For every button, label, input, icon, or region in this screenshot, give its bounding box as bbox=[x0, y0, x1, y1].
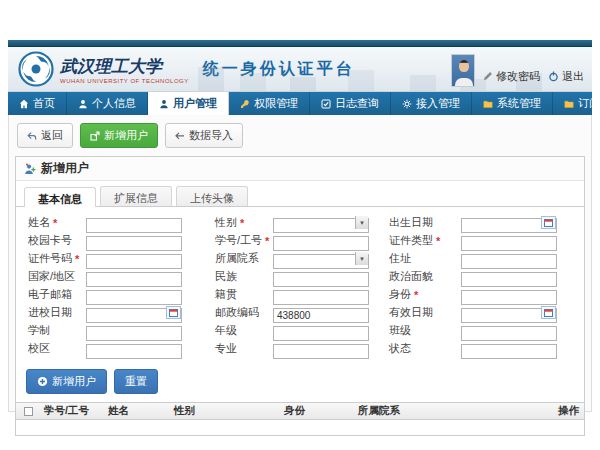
nav-item-user-management[interactable]: 用户管理 bbox=[148, 92, 229, 115]
country-input[interactable] bbox=[86, 272, 182, 287]
university-logo-icon bbox=[18, 51, 54, 87]
field-campus: 校区 bbox=[28, 340, 215, 357]
empty-table-row bbox=[16, 420, 584, 435]
field-valid-date: 有效日期 bbox=[389, 304, 576, 321]
field-grade: 年级 bbox=[215, 322, 389, 339]
tab-extended-info[interactable]: 扩展信息 bbox=[100, 186, 172, 206]
basic-info-form: 姓名* 性别* ▼ 出生日期 校园卡号 学号/工号* bbox=[16, 207, 584, 363]
campus-input[interactable] bbox=[86, 344, 182, 359]
logout-link[interactable]: 退出 bbox=[548, 69, 584, 84]
field-name: 姓名* bbox=[28, 214, 215, 231]
postal-code-input[interactable] bbox=[273, 308, 369, 323]
logout-label: 退出 bbox=[562, 69, 584, 84]
change-password-label: 修改密码 bbox=[496, 69, 540, 84]
tab-basic-info[interactable]: 基本信息 bbox=[24, 187, 96, 207]
change-password-link[interactable]: 修改密码 bbox=[483, 69, 540, 84]
key-icon bbox=[240, 99, 250, 109]
ethnicity-input[interactable] bbox=[273, 272, 369, 287]
field-label: 所属院系 bbox=[215, 251, 273, 266]
add-user-panel: 新增用户 基本信息 扩展信息 上传头像 姓名* 性别* ▼ 出生日期 bbox=[15, 156, 585, 436]
table-header-row: 学号/工号 姓名 性别 身份 所属院系 操作 bbox=[16, 403, 584, 420]
folder-icon bbox=[483, 99, 493, 109]
id-number-input[interactable] bbox=[86, 254, 182, 269]
field-label: 国家/地区 bbox=[28, 269, 86, 284]
field-label: 身份* bbox=[389, 287, 461, 302]
platform-title: 统一身份认证平台 bbox=[203, 59, 355, 80]
field-label: 年级 bbox=[215, 323, 273, 338]
pencil-icon bbox=[483, 71, 493, 81]
calendar-icon[interactable] bbox=[541, 306, 556, 319]
field-education-length: 学制 bbox=[28, 322, 215, 339]
nav-item-system-management[interactable]: 系统管理 bbox=[472, 92, 553, 115]
chevron-down-icon[interactable]: ▼ bbox=[355, 216, 368, 229]
main-nav: 首页 个人信息 用户管理 权限管理 日志查询 接入管理 系统管理 订阅管理 bbox=[8, 92, 592, 115]
identity-input[interactable] bbox=[461, 290, 557, 305]
add-user-toolbar-button[interactable]: 新增用户 bbox=[80, 123, 158, 148]
header: 武汉理工大学 WUHAN UNIVERSITY OF TECHNOLOGY 统一… bbox=[8, 47, 592, 92]
education-length-input[interactable] bbox=[86, 326, 182, 341]
field-status: 状态 bbox=[389, 340, 576, 357]
nav-item-access-management[interactable]: 接入管理 bbox=[391, 92, 472, 115]
field-label: 性别* bbox=[215, 215, 273, 230]
nav-item-home[interactable]: 首页 bbox=[8, 92, 67, 115]
content-area: 返回 新增用户 数据导入 新增用户 基本信息 扩展信息 上传头像 bbox=[8, 115, 592, 412]
section-header: 新增用户 bbox=[16, 157, 584, 181]
nav-item-personal-info[interactable]: 个人信息 bbox=[67, 92, 148, 115]
section-title: 新增用户 bbox=[41, 160, 89, 177]
id-type-input[interactable] bbox=[461, 236, 557, 251]
nav-label: 权限管理 bbox=[254, 96, 298, 111]
add-user-icon bbox=[24, 163, 36, 175]
back-label: 返回 bbox=[41, 128, 63, 143]
field-label: 进校日期 bbox=[28, 305, 86, 320]
status-input[interactable] bbox=[461, 344, 557, 359]
tab-upload-avatar[interactable]: 上传头像 bbox=[176, 186, 248, 206]
major-input[interactable] bbox=[273, 344, 369, 359]
address-input[interactable] bbox=[461, 254, 557, 269]
submit-add-user-button[interactable]: 新增用户 bbox=[26, 369, 107, 394]
chevron-down-icon[interactable]: ▼ bbox=[355, 252, 368, 265]
reset-button[interactable]: 重置 bbox=[114, 369, 158, 394]
data-import-button[interactable]: 数据导入 bbox=[165, 123, 243, 148]
student-id-input[interactable] bbox=[273, 236, 369, 251]
political-status-input[interactable] bbox=[461, 272, 557, 287]
field-label: 住址 bbox=[389, 251, 461, 266]
nav-item-log-query[interactable]: 日志查询 bbox=[310, 92, 391, 115]
folder-icon bbox=[564, 99, 574, 109]
name-input[interactable] bbox=[86, 218, 182, 233]
calendar-icon[interactable] bbox=[541, 216, 556, 229]
back-button[interactable]: 返回 bbox=[17, 123, 73, 148]
campus-card-input[interactable] bbox=[86, 236, 182, 251]
calendar-icon[interactable] bbox=[166, 306, 181, 319]
skyline-watermark bbox=[198, 67, 224, 91]
back-arrow-icon bbox=[27, 131, 37, 141]
grade-input[interactable] bbox=[273, 326, 369, 341]
header-right: 修改密码 退出 bbox=[451, 47, 584, 91]
select-all-cell bbox=[16, 407, 40, 416]
field-major: 专业 bbox=[215, 340, 389, 357]
select-all-checkbox[interactable] bbox=[24, 407, 33, 416]
nav-item-subscription-management[interactable]: 订阅管理 bbox=[553, 92, 600, 115]
field-ethnicity: 民族 bbox=[215, 268, 389, 285]
log-check-icon bbox=[321, 99, 331, 109]
nav-label: 系统管理 bbox=[497, 96, 541, 111]
field-department: 所属院系 ▼ bbox=[215, 250, 389, 267]
field-label: 姓名* bbox=[28, 215, 86, 230]
field-label: 籍贯 bbox=[215, 287, 273, 302]
user-icon bbox=[78, 99, 88, 109]
field-address: 住址 bbox=[389, 250, 576, 267]
nav-item-permission-management[interactable]: 权限管理 bbox=[229, 92, 310, 115]
field-postal-code: 邮政编码 bbox=[215, 304, 389, 321]
field-label: 出生日期 bbox=[389, 215, 461, 230]
email-input[interactable] bbox=[86, 290, 182, 305]
university-name-cn: 武汉理工大学 bbox=[60, 55, 189, 78]
university-brand: 武汉理工大学 WUHAN UNIVERSITY OF TECHNOLOGY bbox=[60, 55, 189, 84]
field-birth-date: 出生日期 bbox=[389, 214, 576, 231]
native-place-input[interactable] bbox=[273, 290, 369, 305]
class-input[interactable] bbox=[461, 326, 557, 341]
field-class: 班级 bbox=[389, 322, 576, 339]
field-label: 校区 bbox=[28, 341, 86, 356]
field-label: 证件类型* bbox=[389, 233, 461, 248]
add-user-label: 新增用户 bbox=[104, 128, 148, 143]
topbar bbox=[8, 40, 592, 47]
nav-label: 个人信息 bbox=[92, 96, 136, 111]
